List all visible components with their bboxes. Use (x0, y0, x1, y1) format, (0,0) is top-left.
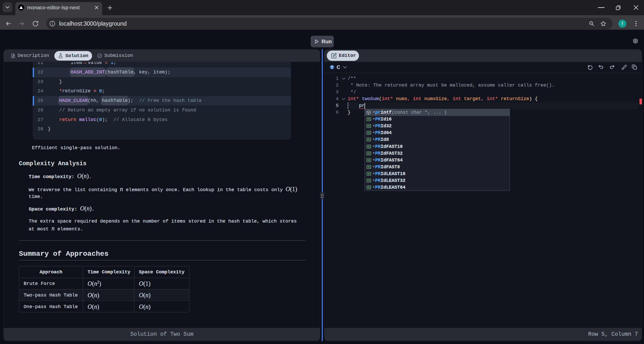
svg-text:C: C (331, 66, 333, 69)
